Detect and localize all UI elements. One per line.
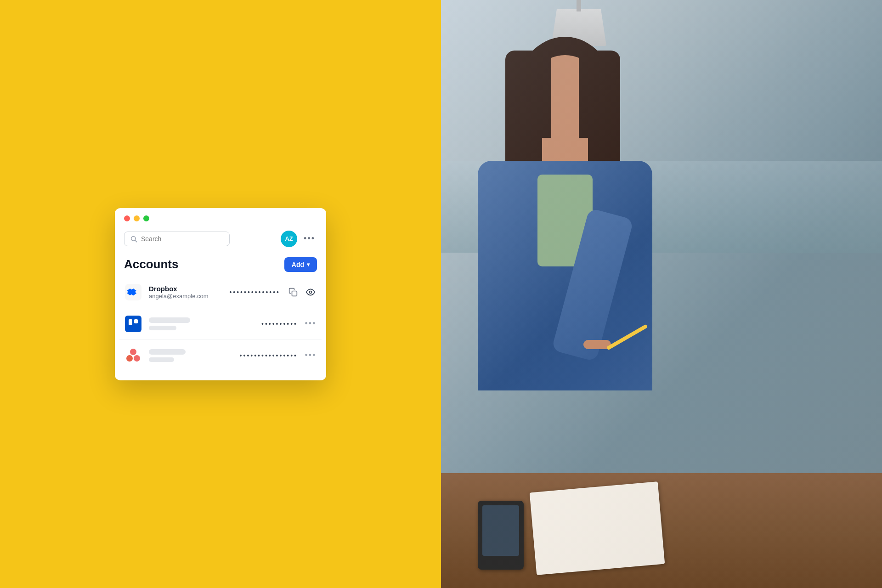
list-item: Dropbox angela@example.com •••••••••••••… <box>119 277 322 308</box>
list-item: •••••••••• ••• <box>119 308 322 340</box>
svg-rect-11 <box>134 319 138 323</box>
asana-app-icon <box>124 346 142 365</box>
account-name-placeholder <box>149 317 190 323</box>
svg-point-9 <box>310 291 312 293</box>
item-menu-button[interactable]: ••• <box>304 349 317 362</box>
action-icons: ••• <box>304 317 317 330</box>
account-info-asana <box>149 349 233 362</box>
account-list: Dropbox angela@example.com •••••••••••••… <box>115 277 326 371</box>
svg-point-14 <box>134 355 140 362</box>
password-field: •••••••••••••• <box>229 288 280 296</box>
svg-rect-10 <box>129 319 132 325</box>
traffic-light-green[interactable] <box>143 215 149 221</box>
account-info-trello <box>149 317 255 330</box>
traffic-light-yellow[interactable] <box>134 215 140 221</box>
svg-point-13 <box>126 355 133 362</box>
search-box[interactable] <box>124 232 230 246</box>
right-panel <box>441 0 882 588</box>
svg-line-1 <box>135 240 137 242</box>
notebook <box>530 481 665 575</box>
list-item: •••••••••••••••• ••• <box>119 340 322 371</box>
account-name-placeholder <box>149 349 186 355</box>
search-input[interactable] <box>141 235 224 243</box>
page-title: Accounts <box>124 257 178 271</box>
search-icon <box>130 235 137 243</box>
account-name: Dropbox <box>149 285 223 293</box>
item-menu-button[interactable]: ••• <box>304 317 317 330</box>
header-right: AZ ••• <box>281 231 317 247</box>
dropbox-icon <box>125 284 141 300</box>
device <box>478 501 524 570</box>
title-bar <box>115 208 326 227</box>
app-window: AZ ••• Accounts Add ▾ <box>115 208 326 380</box>
traffic-light-red[interactable] <box>124 215 130 221</box>
svg-point-12 <box>130 349 136 355</box>
account-email-placeholder <box>149 357 174 362</box>
chevron-down-icon: ▾ <box>307 261 310 268</box>
trello-app-icon <box>124 315 142 333</box>
avatar: AZ <box>281 231 297 247</box>
account-email-placeholder <box>149 326 176 330</box>
header-menu-button[interactable]: ••• <box>302 232 317 245</box>
accounts-row: Accounts Add ▾ <box>115 251 326 277</box>
copy-password-button[interactable] <box>287 286 300 299</box>
asana-icon <box>125 347 141 364</box>
account-info-dropbox: Dropbox angela@example.com <box>149 285 223 300</box>
svg-rect-8 <box>292 291 297 296</box>
password-field: •••••••••••••••• <box>240 352 298 359</box>
add-button-label: Add <box>292 261 304 268</box>
left-panel: AZ ••• Accounts Add ▾ <box>0 0 441 588</box>
account-email: angela@example.com <box>149 293 223 300</box>
person-figure <box>469 37 662 450</box>
trello-icon <box>128 319 138 329</box>
header-row: AZ ••• <box>115 227 326 251</box>
action-icons <box>287 286 317 299</box>
action-icons: ••• <box>304 349 317 362</box>
dropbox-app-icon <box>124 283 142 301</box>
background-photo <box>441 0 882 588</box>
password-field: •••••••••• <box>261 320 298 328</box>
view-password-button[interactable] <box>304 286 317 299</box>
add-button[interactable]: Add ▾ <box>284 257 317 272</box>
desk-surface <box>441 473 882 588</box>
